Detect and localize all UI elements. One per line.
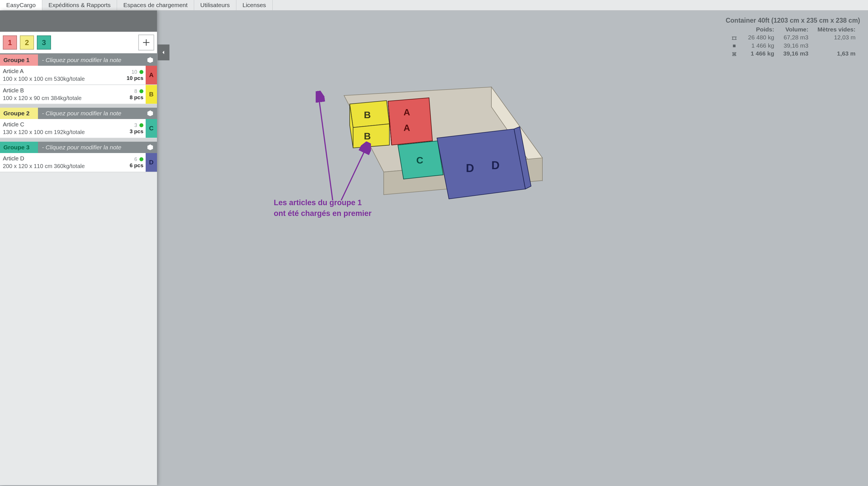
svg-line-20: [318, 95, 333, 200]
add-item-button[interactable]: [144, 144, 157, 151]
svg-text:B: B: [364, 110, 371, 120]
item-dims: 100 x 100 x 100 cm 530kg/totale: [3, 75, 117, 83]
item-meta: 66 pcs: [120, 153, 146, 172]
sidebar-toolbar: [0, 10, 157, 32]
annotation-line2: ont été chargés en premier: [274, 208, 372, 219]
item-pcs: 6 pcs: [129, 162, 144, 169]
top-nav: EasyCargo Expéditions & Rapports Espaces…: [0, 0, 868, 10]
svg-text:D: D: [491, 159, 500, 172]
group-label[interactable]: Groupe 2: [0, 108, 38, 119]
item-pcs: 10 pcs: [127, 75, 144, 81]
stats-empty: 12,03 m: [813, 33, 860, 41]
item-dims: 100 x 120 x 90 cm 384kg/totale: [3, 94, 117, 102]
add-item-button[interactable]: [144, 56, 157, 64]
status-dot-icon: [140, 157, 144, 161]
stats-header-weight: Poids:: [744, 26, 779, 33]
item-main[interactable]: Article B100 x 120 x 90 cm 384kg/totale: [0, 85, 120, 104]
item-name: Article C: [3, 121, 117, 128]
viewport-3d[interactable]: Container 40ft (1203 cm x 235 cm x 238 c…: [157, 10, 868, 485]
item-pcs: 8 pcs: [129, 94, 144, 100]
plus-icon: [142, 38, 151, 47]
nav-tab-app[interactable]: EasyCargo: [0, 0, 42, 10]
svg-marker-9: [388, 98, 432, 145]
group-gap: [0, 138, 157, 142]
group-header: Groupe 1- Cliquez pour modifier la note: [0, 54, 157, 66]
stats-row-icon: [725, 33, 744, 41]
stats-row-icon: [725, 41, 744, 49]
stats-weight: 1 466 kg: [744, 50, 779, 58]
annotation-text: Les articles du groupe 1 ont été chargés…: [274, 198, 372, 219]
stats-volume: 67,28 m3: [779, 33, 813, 41]
stats-row-icon: [725, 50, 744, 58]
item-row[interactable]: Article D200 x 120 x 110 cm 360kg/totale…: [0, 153, 157, 172]
nav-tab-3[interactable]: Licenses: [236, 0, 273, 10]
status-dot-icon: [140, 89, 144, 93]
svg-text:A: A: [404, 123, 410, 133]
item-color-tag[interactable]: C: [146, 119, 157, 138]
svg-text:D: D: [466, 162, 474, 174]
item-dims: 130 x 120 x 100 cm 192kg/totale: [3, 128, 117, 136]
add-box-icon: [147, 144, 154, 151]
chevron-left-icon: [161, 50, 166, 55]
stats-weight: 1 466 kg: [744, 41, 779, 49]
item-main[interactable]: Article D200 x 120 x 110 cm 360kg/totale: [0, 153, 120, 172]
svg-rect-0: [733, 44, 735, 47]
stats-header-empty: Mètres vides:: [813, 26, 860, 33]
add-box-icon: [147, 110, 154, 117]
priority-tab-3[interactable]: 3: [37, 35, 51, 50]
svg-text:A: A: [404, 107, 410, 117]
status-dot-icon: [140, 123, 144, 127]
sidebar: 1 2 3 Groupe 1- Cliquez pour modifier la…: [0, 10, 157, 485]
group-note[interactable]: - Cliquez pour modifier la note: [38, 54, 144, 66]
svg-marker-15: [437, 129, 525, 199]
item-row[interactable]: Article A100 x 100 x 100 cm 530kg/totale…: [0, 66, 157, 85]
scene-svg: B B A A C D D: [333, 81, 548, 214]
group-gap: [0, 104, 157, 108]
stats-empty: 1,63 m: [813, 50, 860, 58]
svg-marker-6: [353, 124, 390, 148]
stats-weight: 26 480 kg: [744, 33, 779, 41]
priority-tab-1[interactable]: 1: [3, 35, 17, 50]
item-count: 8: [134, 88, 137, 94]
stats-row: 26 480 kg67,28 m312,03 m: [725, 33, 860, 41]
group-note[interactable]: - Cliquez pour modifier la note: [38, 142, 144, 153]
item-dims: 200 x 120 x 110 cm 360kg/totale: [3, 162, 117, 170]
item-meta: 1010 pcs: [120, 66, 146, 85]
group-note[interactable]: - Cliquez pour modifier la note: [38, 108, 144, 119]
stats-header-volume: Volume:: [779, 26, 813, 33]
nav-tab-2[interactable]: Utilisateurs: [194, 0, 236, 10]
item-color-tag[interactable]: A: [146, 66, 157, 85]
priority-tabs-row: 1 2 3: [0, 32, 157, 54]
item-meta: 33 pcs: [120, 119, 146, 138]
item-count: 10: [131, 69, 137, 75]
nav-tab-1[interactable]: Espaces de chargement: [117, 0, 194, 10]
item-count: 6: [134, 156, 137, 162]
item-row[interactable]: Article B100 x 120 x 90 cm 384kg/totale8…: [0, 85, 157, 104]
priority-tab-2[interactable]: 2: [20, 35, 34, 50]
add-group-button[interactable]: [138, 35, 154, 51]
item-row[interactable]: Article C130 x 120 x 100 cm 192kg/totale…: [0, 119, 157, 138]
container-3d-scene: B B A A C D D: [333, 81, 548, 214]
item-pcs: 3 pcs: [129, 128, 144, 134]
stats-row: 1 466 kg39,16 m3: [725, 41, 860, 49]
add-box-icon: [147, 56, 154, 64]
item-meta: 88 pcs: [120, 85, 146, 104]
item-color-tag[interactable]: B: [146, 85, 157, 104]
container-stats: Container 40ft (1203 cm x 235 cm x 238 c…: [725, 17, 860, 58]
stats-empty: [813, 41, 860, 49]
item-name: Article B: [3, 87, 117, 94]
add-item-button[interactable]: [144, 110, 157, 117]
stats-volume: 39,16 m3: [779, 41, 813, 49]
item-name: Article D: [3, 155, 117, 162]
stats-row: 1 466 kg39,16 m31,63 m: [725, 50, 860, 58]
item-main[interactable]: Article A100 x 100 x 100 cm 530kg/totale: [0, 66, 120, 85]
svg-text:B: B: [364, 131, 371, 142]
group-label[interactable]: Groupe 3: [0, 142, 38, 153]
group-label[interactable]: Groupe 1: [0, 54, 38, 66]
status-dot-icon: [140, 70, 144, 74]
annotation-line1: Les articles du groupe 1: [274, 198, 372, 208]
nav-tab-0[interactable]: Expéditions & Rapports: [42, 0, 117, 10]
collapse-sidebar-button[interactable]: [158, 44, 169, 60]
item-color-tag[interactable]: D: [146, 153, 157, 172]
item-main[interactable]: Article C130 x 120 x 100 cm 192kg/totale: [0, 119, 120, 138]
